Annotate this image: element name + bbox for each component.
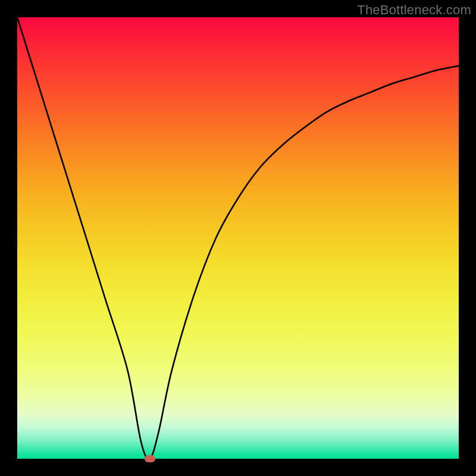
chart-frame: TheBottleneck.com — [0, 0, 476, 476]
minimum-marker — [145, 455, 155, 462]
plot-area — [17, 17, 459, 459]
curve-svg — [17, 17, 459, 459]
bottleneck-curve — [17, 17, 459, 459]
watermark-text: TheBottleneck.com — [357, 2, 471, 18]
